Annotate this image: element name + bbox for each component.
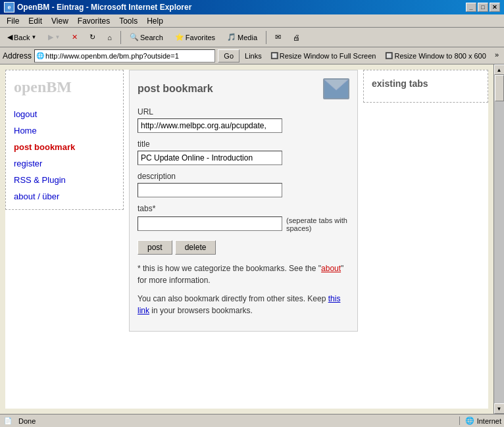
content-area: openBM logout Home post bookmark registe… — [0, 64, 504, 414]
title-label: title — [138, 139, 349, 149]
go-button[interactable]: Go — [218, 49, 239, 63]
nav-rss-plugin[interactable]: RSS & Plugin — [14, 175, 115, 185]
stop-button[interactable]: ✕ — [67, 30, 82, 45]
favorites-icon: ⭐ — [175, 33, 184, 41]
nav-about[interactable]: about / über — [14, 191, 115, 201]
menu-help[interactable]: Help — [143, 15, 167, 27]
favorites-button[interactable]: ⭐ Favorites — [170, 30, 220, 45]
media-label: Media — [238, 34, 257, 41]
address-bar: Address 🌐 Go Links 🔲 Resize Window to Fu… — [0, 47, 504, 64]
nav-home[interactable]: Home — [14, 126, 115, 136]
info-text-1: * this is how we categorize the bookmark… — [138, 263, 349, 286]
forward-button[interactable]: ▶ ▼ — [43, 30, 64, 45]
back-button[interactable]: ◀ Back ▼ — [3, 30, 41, 45]
print-button[interactable]: 🖨 — [288, 30, 305, 45]
nav-logout[interactable]: logout — [14, 109, 115, 119]
email-icon — [323, 78, 349, 99]
maximize-button[interactable]: □ — [478, 3, 488, 12]
close-button[interactable]: ✕ — [490, 3, 500, 12]
post-button[interactable]: post — [138, 240, 172, 255]
info1-start: * this is how we categorize the bookmark… — [138, 264, 321, 273]
back-dropdown-icon: ▼ — [31, 34, 36, 40]
media-button[interactable]: 🎵 Media — [222, 30, 262, 45]
forward-dropdown-icon: ▼ — [55, 34, 60, 40]
stop-icon: ✕ — [72, 33, 78, 41]
search-label: Search — [140, 34, 163, 41]
title-group: title — [138, 139, 349, 165]
print-icon: 🖨 — [293, 34, 300, 41]
nav-links: logout Home post bookmark register RSS &… — [14, 109, 115, 201]
scrollbar-right[interactable]: ▲ ▼ — [493, 64, 504, 414]
status-text: Done — [18, 417, 454, 425]
about-link[interactable]: about — [321, 264, 341, 273]
links-label[interactable]: Links — [242, 52, 265, 60]
info-text-2: You can also bookmark directly from othe… — [138, 293, 349, 316]
resize-800-button[interactable]: 🔲 Resize Window to 800 x 600 — [382, 51, 489, 61]
window-titlebar: e OpenBM - Eintrag - Microsoft Internet … — [0, 0, 504, 14]
back-label: Back — [14, 34, 30, 41]
title-input[interactable] — [138, 151, 282, 165]
toolbar-extend-button[interactable]: » — [492, 51, 501, 61]
sidebar: openBM logout Home post bookmark registe… — [5, 70, 124, 210]
panel-header: post bookmark — [138, 78, 349, 99]
address-input[interactable] — [45, 52, 213, 60]
delete-button[interactable]: delete — [175, 240, 216, 255]
window-title: OpenBM - Eintrag - Microsoft Internet Ex… — [17, 3, 191, 12]
url-input[interactable] — [138, 118, 282, 133]
menu-edit[interactable]: Edit — [24, 15, 46, 27]
scroll-down-arrow[interactable]: ▼ — [494, 403, 505, 414]
tabs-label: tabs* — [138, 204, 349, 213]
mail-button[interactable]: ✉ — [270, 30, 286, 45]
status-page-icon: 📄 — [3, 416, 13, 426]
tabs-note-inline: (seperate tabs with spaces) — [286, 216, 349, 232]
back-arrow-icon: ◀ — [7, 33, 13, 41]
menu-file[interactable]: File — [3, 15, 23, 27]
status-right: 🌐 Internet — [459, 416, 501, 425]
refresh-button[interactable]: ↻ — [85, 30, 100, 45]
menu-view[interactable]: View — [47, 15, 72, 27]
existing-tabs-panel: existing tabs — [363, 70, 488, 103]
resize-800-label: Resize Window to 800 x 600 — [394, 52, 486, 60]
search-button[interactable]: 🔍 Search — [125, 30, 168, 45]
url-group: URL — [138, 107, 349, 133]
logo: openBM — [14, 78, 115, 96]
post-bookmark-panel: post bookmark URL — [129, 70, 358, 332]
resize-fullscreen-button[interactable]: 🔲 Resize Window to Full Screen — [267, 51, 380, 61]
status-zone: 🌐 Internet — [459, 416, 501, 425]
description-input[interactable] — [138, 183, 282, 197]
menu-tools[interactable]: Tools — [115, 15, 141, 27]
scroll-up-arrow[interactable]: ▲ — [494, 64, 505, 75]
address-input-wrap: 🌐 — [34, 49, 215, 63]
zone-text: Internet — [477, 417, 501, 425]
menu-bar: File Edit View Favorites Tools Help — [0, 14, 504, 28]
email-svg — [324, 80, 348, 98]
search-icon: 🔍 — [130, 33, 139, 41]
tabs-group: tabs* (seperate tabs with spaces) — [138, 204, 349, 232]
scroll-track — [494, 75, 504, 403]
toolbar-separator-2 — [266, 31, 266, 44]
resize-800-icon: 🔲 — [385, 52, 393, 59]
refresh-icon: ↻ — [89, 33, 95, 41]
home-button[interactable]: ⌂ — [103, 30, 116, 45]
resize-fullscreen-label: Resize Window to Full Screen — [280, 52, 376, 60]
home-icon: ⌂ — [107, 34, 112, 41]
minimize-button[interactable]: _ — [466, 3, 476, 12]
status-bar: 📄 Done 🌐 Internet — [0, 414, 504, 427]
scroll-thumb[interactable] — [495, 75, 504, 101]
tabs-input[interactable] — [138, 216, 282, 231]
favorites-label: Favorites — [186, 34, 215, 41]
nav-register[interactable]: register — [14, 159, 115, 168]
resize-fullscreen-icon: 🔲 — [270, 52, 278, 59]
address-favicon: 🌐 — [36, 52, 44, 59]
internet-icon: 🌐 — [465, 416, 474, 425]
info2-start: You can also bookmark directly from othe… — [138, 294, 328, 303]
address-label: Address — [3, 51, 32, 61]
menu-favorites[interactable]: Favorites — [74, 15, 114, 27]
description-label: description — [138, 172, 349, 181]
form-buttons: post delete — [138, 240, 349, 255]
main-content: post bookmark URL — [129, 70, 488, 409]
mail-icon: ✉ — [275, 33, 281, 41]
nav-post-bookmark[interactable]: post bookmark — [14, 142, 115, 152]
info2-end: in your browsers bookmarks. — [149, 306, 253, 315]
url-label: URL — [138, 107, 349, 116]
